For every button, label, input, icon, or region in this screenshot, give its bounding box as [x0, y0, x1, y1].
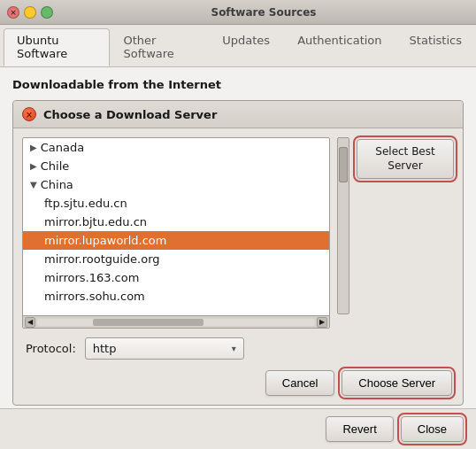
horizontal-scrollbar[interactable]: ◀ ▶ [23, 315, 329, 328]
item-label: China [41, 178, 73, 191]
protocol-label: Protocol: [26, 342, 76, 355]
dropdown-arrow-icon: ▾ [232, 344, 236, 353]
maximize-window-button[interactable] [41, 6, 53, 19]
item-label: mirror.rootguide.org [44, 252, 160, 266]
server-list-container: ▶ Canada ▶ Chile ▼ China [22, 137, 454, 329]
revert-button[interactable]: Revert [326, 416, 393, 442]
vscroll-thumb[interactable] [339, 147, 348, 182]
list-item[interactable]: ▶ Canada [23, 138, 329, 157]
close-window-button[interactable]: × [7, 6, 19, 19]
list-item[interactable]: mirror.rootguide.org [23, 250, 329, 268]
collapse-icon: ▼ [30, 180, 37, 190]
dialog-action-buttons: Cancel Choose Server [22, 370, 454, 396]
hscroll-track [37, 319, 315, 326]
server-list: ▶ Canada ▶ Chile ▼ China [23, 138, 329, 315]
item-label: ftp.sjtu.edu.cn [44, 197, 127, 210]
scroll-right-button[interactable]: ▶ [317, 317, 327, 328]
select-best-label: Select Best Server [375, 145, 434, 172]
right-actions: Select Best Server [357, 137, 454, 179]
minimize-window-button[interactable] [24, 6, 36, 19]
vertical-scrollbar[interactable] [337, 137, 349, 314]
tab-updates[interactable]: Updates [209, 28, 283, 66]
item-label: mirrors.sohu.com [44, 290, 145, 303]
titlebar: × Software Sources [0, 0, 476, 25]
choose-server-button[interactable]: Choose Server [342, 370, 452, 396]
tab-statistics[interactable]: Statistics [396, 28, 475, 66]
select-best-server-button[interactable]: Select Best Server [357, 139, 454, 179]
protocol-select[interactable]: http ▾ [85, 337, 244, 360]
list-item-selected[interactable]: mirror.lupaworld.com [23, 231, 329, 250]
dialog-close-icon: × [26, 110, 33, 120]
item-label: Chile [41, 159, 70, 173]
protocol-row: Protocol: http ▾ [22, 337, 454, 360]
server-list-wrapper: ▶ Canada ▶ Chile ▼ China [22, 137, 330, 329]
list-item[interactable]: mirrors.sohu.com [23, 287, 329, 306]
item-label: Canada [41, 141, 84, 154]
item-label: mirror.bjtu.edu.cn [44, 215, 147, 228]
close-button[interactable]: Close [401, 416, 464, 442]
dialog-close-button[interactable]: × [22, 107, 36, 121]
tab-authentication[interactable]: Authentication [284, 28, 395, 66]
section-title: Downloadable from the Internet [12, 78, 464, 91]
protocol-value: http [93, 342, 117, 355]
cancel-button[interactable]: Cancel [265, 370, 334, 396]
tab-ubuntu-software[interactable]: Ubuntu Software [4, 28, 110, 66]
window-controls: × [7, 6, 53, 19]
download-server-dialog: × Choose a Download Server ▶ Canada [12, 100, 464, 406]
right-arrow-icon: ▶ [319, 318, 325, 326]
left-arrow-icon: ◀ [27, 318, 33, 326]
tab-bar: Ubuntu Software Other Software Updates A… [0, 25, 476, 67]
footer: Revert Close [0, 408, 476, 449]
list-item[interactable]: ▶ Chile [23, 157, 329, 175]
window-title: Software Sources [58, 6, 469, 19]
dialog-body: ▶ Canada ▶ Chile ▼ China [13, 128, 463, 405]
main-content: Downloadable from the Internet × Choose … [0, 67, 476, 416]
expand-icon: ▶ [30, 161, 37, 171]
close-icon: × [10, 8, 17, 17]
list-item[interactable]: ftp.sjtu.edu.cn [23, 194, 329, 213]
item-label: mirrors.163.com [44, 271, 139, 284]
item-label: mirror.lupaworld.com [44, 234, 166, 247]
expand-icon: ▶ [30, 143, 37, 152]
list-item[interactable]: ▼ China [23, 175, 329, 194]
dialog-header: × Choose a Download Server [13, 101, 463, 128]
hscroll-thumb[interactable] [93, 319, 204, 326]
scroll-left-button[interactable]: ◀ [25, 317, 35, 328]
list-item[interactable]: mirror.bjtu.edu.cn [23, 213, 329, 231]
dialog-title: Choose a Download Server [43, 108, 217, 121]
list-item[interactable]: mirrors.163.com [23, 268, 329, 287]
tab-other-software[interactable]: Other Software [111, 28, 209, 66]
